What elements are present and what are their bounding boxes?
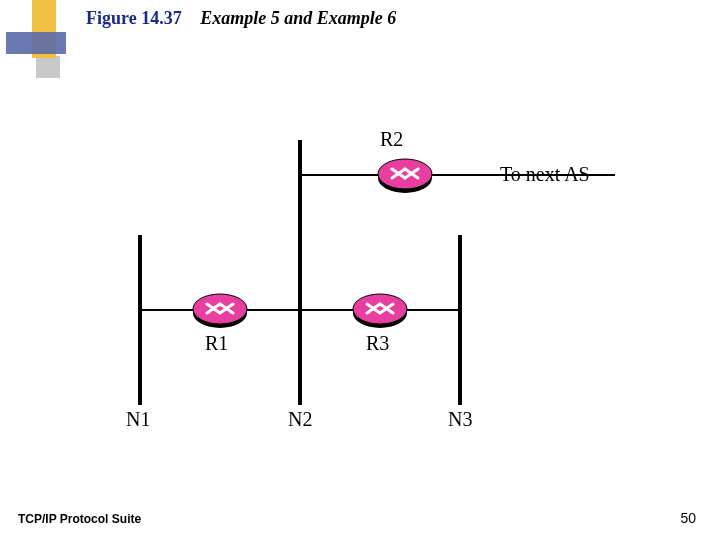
router-icon xyxy=(190,291,250,331)
router-label-r1: R1 xyxy=(205,332,228,355)
footer-text: TCP/IP Protocol Suite xyxy=(18,512,141,526)
network-label-n3: N3 xyxy=(448,408,472,431)
svg-point-7 xyxy=(353,294,407,324)
page-number: 50 xyxy=(680,510,696,526)
network-label-n1: N1 xyxy=(126,408,150,431)
router-label-r2: R2 xyxy=(380,128,403,151)
svg-point-1 xyxy=(193,294,247,324)
router-label-r3: R3 xyxy=(366,332,389,355)
router-icon xyxy=(375,156,435,196)
router-icon xyxy=(350,291,410,331)
svg-point-13 xyxy=(378,159,432,189)
network-diagram xyxy=(0,0,720,540)
network-label-n2: N2 xyxy=(288,408,312,431)
annotation-next-as: To next AS xyxy=(500,163,590,186)
slide: Figure 14.37 Example 5 and Example 6 xyxy=(0,0,720,540)
